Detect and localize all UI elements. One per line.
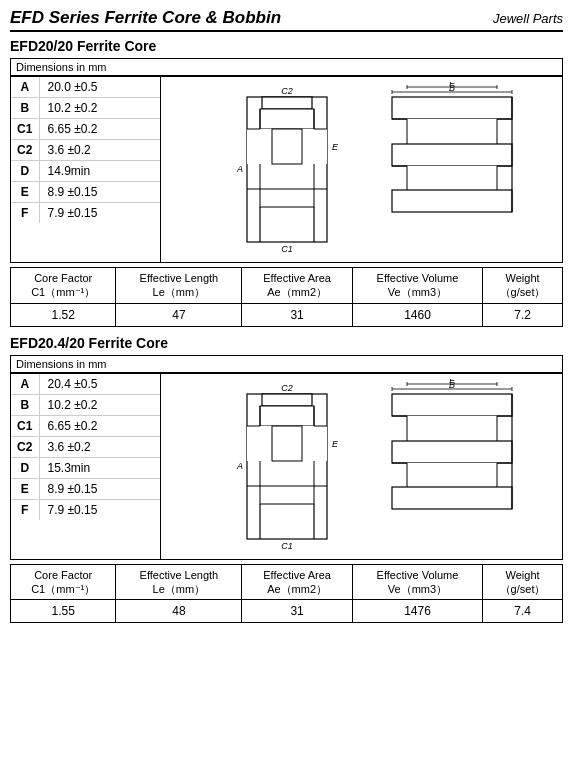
table-row: C2 3.6 ±0.2 [11, 436, 160, 457]
svg-rect-51 [260, 486, 314, 504]
svg-rect-8 [272, 129, 302, 164]
label-B2: B [11, 394, 39, 415]
svg-rect-68 [392, 441, 512, 463]
diagram-svg-efd20: C2 A E C1 [192, 82, 532, 257]
dim-header-efd204: Dimensions in mm [11, 356, 562, 373]
stats-table-efd20: Core Factor C1（mm⁻¹） Effective Length Le… [10, 267, 563, 327]
svg-text:C1: C1 [281, 541, 293, 551]
val-eff-vol: 1460 [352, 303, 482, 326]
val2-eff-vol: 1476 [352, 600, 482, 623]
value-C2: 3.6 ±0.2 [39, 140, 160, 161]
label-A2: A [11, 374, 39, 395]
col-eff-vol: Effective Volume Ve（mm3） [352, 268, 482, 304]
svg-text:C2: C2 [281, 86, 293, 96]
val2-core-factor: 1.55 [11, 600, 116, 623]
label-E2: E [11, 478, 39, 499]
page-title: EFD Series Ferrite Core & Bobbin [10, 8, 281, 28]
col-core-factor: Core Factor C1（mm⁻¹） [11, 268, 116, 304]
table-row: B 10.2 ±0.2 [11, 98, 160, 119]
label-A: A [11, 77, 39, 98]
dim-left-efd20: A 20.0 ±0.5 B 10.2 ±0.2 C1 6.65 ±0.2 C [11, 77, 161, 262]
col-eff-area: Effective Area Ae（mm2） [242, 268, 352, 304]
col2-core-factor: Core Factor C1（mm⁻¹） [11, 564, 116, 600]
col2-eff-area: Effective Area Ae（mm2） [242, 564, 352, 600]
val2-eff-length: 48 [116, 600, 242, 623]
section-title-efd20: EFD20/20 Ferrite Core [10, 38, 563, 54]
svg-rect-63 [407, 416, 497, 441]
section-title-efd204: EFD20.4/20 Ferrite Core [10, 335, 563, 351]
value-D: 14.9min [39, 161, 160, 182]
val-core-factor: 1.52 [11, 303, 116, 326]
table-row: F 7.9 ±0.15 [11, 499, 160, 520]
svg-text:A: A [235, 461, 242, 471]
section-efd204: EFD20.4/20 Ferrite Core Dimensions in mm… [10, 335, 563, 624]
dim-table-efd20: A 20.0 ±0.5 B 10.2 ±0.2 C1 6.65 ±0.2 C [11, 77, 160, 223]
stats-data-row: 1.52 47 31 1460 7.2 [11, 303, 563, 326]
table-row: D 14.9min [11, 161, 160, 182]
value-C22: 3.6 ±0.2 [39, 436, 160, 457]
val-eff-area: 31 [242, 303, 352, 326]
svg-rect-2 [260, 109, 314, 129]
table-row: A 20.4 ±0.5 [11, 374, 160, 395]
label-F2: F [11, 499, 39, 520]
svg-rect-26 [392, 144, 512, 166]
label-F: F [11, 203, 39, 224]
col-eff-length: Effective Length Le（mm） [116, 268, 242, 304]
col2-weight: Weight （g/set） [483, 564, 563, 600]
value-C1: 6.65 ±0.2 [39, 119, 160, 140]
table-row: C1 6.65 ±0.2 [11, 119, 160, 140]
val2-eff-area: 31 [242, 600, 352, 623]
svg-rect-9 [260, 189, 314, 207]
svg-rect-1 [262, 97, 312, 109]
label-C22: C2 [11, 436, 39, 457]
value-C12: 6.65 ±0.2 [39, 415, 160, 436]
svg-text:F: F [449, 379, 455, 385]
table-row: B 10.2 ±0.2 [11, 394, 160, 415]
label-B: B [11, 98, 39, 119]
svg-rect-32 [392, 190, 512, 212]
val-weight: 7.2 [483, 303, 563, 326]
table-row: E 8.9 ±0.15 [11, 182, 160, 203]
table-row: F 7.9 ±0.15 [11, 203, 160, 224]
table-row: C2 3.6 ±0.2 [11, 140, 160, 161]
svg-rect-74 [392, 487, 512, 509]
label-C1: C1 [11, 119, 39, 140]
value-E2: 8.9 ±0.15 [39, 478, 160, 499]
value-E: 8.9 ±0.15 [39, 182, 160, 203]
svg-rect-69 [407, 463, 497, 488]
value-A: 20.0 ±0.5 [39, 77, 160, 98]
val2-weight: 7.4 [483, 600, 563, 623]
dim-box-efd20: Dimensions in mm A 20.0 ±0.5 B 10.2 ±0.2 [10, 58, 563, 263]
dim-table-efd204: A 20.4 ±0.5 B 10.2 ±0.2 C1 6.65 ±0.2 C [11, 374, 160, 520]
col-weight: Weight （g/set） [483, 268, 563, 304]
svg-rect-44 [260, 406, 314, 426]
table-row: C1 6.65 ±0.2 [11, 415, 160, 436]
svg-rect-27 [407, 166, 497, 191]
value-A2: 20.4 ±0.5 [39, 374, 160, 395]
page: EFD Series Ferrite Core & Bobbin Jewell … [0, 0, 573, 639]
brand-name: Jewell Parts [493, 11, 563, 26]
table-row: A 20.0 ±0.5 [11, 77, 160, 98]
stats-table-efd204: Core Factor C1（mm⁻¹） Effective Length Le… [10, 564, 563, 624]
diagram-svg-efd204: C2 A E C1 [192, 379, 532, 554]
col2-eff-vol: Effective Volume Ve（mm3） [352, 564, 482, 600]
svg-text:E: E [332, 439, 339, 449]
value-B: 10.2 ±0.2 [39, 98, 160, 119]
diagram-efd204: C2 A E C1 [161, 374, 562, 559]
label-C12: C1 [11, 415, 39, 436]
svg-rect-43 [262, 394, 312, 406]
svg-text:C2: C2 [281, 383, 293, 393]
svg-rect-21 [407, 119, 497, 144]
dim-content-efd204: A 20.4 ±0.5 B 10.2 ±0.2 C1 6.65 ±0.2 C [11, 373, 562, 559]
page-header: EFD Series Ferrite Core & Bobbin Jewell … [10, 8, 563, 32]
label-D2: D [11, 457, 39, 478]
col2-eff-length: Effective Length Le（mm） [116, 564, 242, 600]
diagram-efd20: C2 A E C1 [161, 77, 562, 262]
table-row: D 15.3min [11, 457, 160, 478]
dim-header-efd20: Dimensions in mm [11, 59, 562, 76]
svg-rect-62 [392, 394, 512, 416]
dim-content-efd20: A 20.0 ±0.5 B 10.2 ±0.2 C1 6.65 ±0.2 C [11, 76, 562, 262]
value-B2: 10.2 ±0.2 [39, 394, 160, 415]
svg-text:E: E [332, 142, 339, 152]
section-efd20: EFD20/20 Ferrite Core Dimensions in mm A… [10, 38, 563, 327]
